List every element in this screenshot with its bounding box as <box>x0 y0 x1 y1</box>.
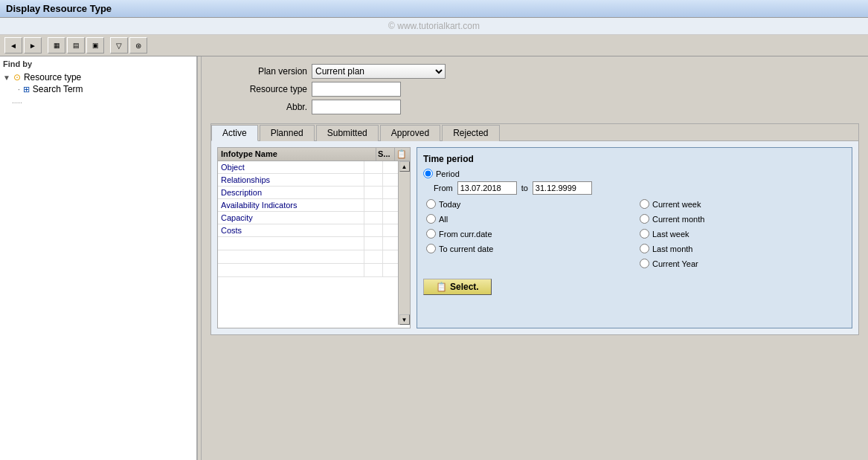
tab-content-active: Infotype Name S... 📋 Object R <box>211 141 858 334</box>
all-radio-row: All <box>426 214 632 224</box>
grid3-btn[interactable]: ▣ <box>86 37 104 54</box>
search-term-icon: ⊞ <box>23 85 30 94</box>
today-label: Today <box>439 200 460 209</box>
table-row[interactable] <box>218 264 398 277</box>
from-curr-date-label: From curr.date <box>439 230 492 239</box>
last-week-radio[interactable] <box>640 229 649 239</box>
tab-submitted[interactable]: Submitted <box>316 125 379 141</box>
time-period-title: Time period <box>423 154 846 164</box>
resource-type-input[interactable] <box>312 82 401 97</box>
resource-type-row: Resource type <box>210 82 859 97</box>
current-month-radio-row: Current month <box>640 214 846 224</box>
col-header-s: S... <box>376 148 395 161</box>
last-week-label: Last week <box>652 230 689 239</box>
to-input[interactable] <box>533 181 592 195</box>
col-header-icon: 📋 <box>395 148 410 161</box>
cell-icon-0 <box>383 161 398 173</box>
main-area: Find by ▼ ⊙ Resource type · ⊞ Search Ter… <box>0 56 868 460</box>
grid1-btn[interactable]: ▦ <box>48 37 65 54</box>
to-current-date-label: To current date <box>439 244 493 253</box>
abbr-row: Abbr. <box>210 100 859 114</box>
settings-btn[interactable]: ⊛ <box>129 37 147 54</box>
sidebar-title: Find by <box>3 59 193 68</box>
current-week-radio-row: Current week <box>640 199 846 209</box>
tree-collapse-icon: ▼ <box>3 74 10 82</box>
cell-icon-2 <box>383 187 398 198</box>
all-radio[interactable] <box>426 214 436 224</box>
table-row[interactable]: Description <box>218 187 398 199</box>
select-button[interactable]: 📋 Select. <box>423 279 492 295</box>
table-scroll-area: Object Relationships Description <box>218 161 410 325</box>
cell-s-4 <box>364 212 383 224</box>
infotype-table-header: Infotype Name S... 📋 <box>218 148 410 161</box>
from-label: From <box>434 184 453 192</box>
period-from-row: From to <box>423 181 846 195</box>
cell-icon-3 <box>383 199 398 211</box>
current-year-radio-row: Current Year <box>640 259 846 268</box>
back-btn[interactable]: ◄ <box>4 37 22 54</box>
last-month-radio-row: Last month <box>640 244 846 253</box>
tab-rejected[interactable]: Rejected <box>442 125 499 141</box>
time-period-panel: Time period Period From to <box>417 147 852 328</box>
cell-s-0 <box>364 161 383 173</box>
tab-planned[interactable]: Planned <box>260 125 315 141</box>
content-area: Plan version Current plan Plan version 0… <box>202 56 868 460</box>
table-row[interactable] <box>218 237 398 250</box>
table-row[interactable]: Object <box>218 161 398 174</box>
today-radio[interactable] <box>426 199 436 209</box>
table-row[interactable]: Capacity <box>218 212 398 224</box>
all-label: All <box>439 215 448 224</box>
to-label: to <box>521 184 528 192</box>
toolbar: ◄ ► ▦ ▤ ▣ ▽ ⊛ <box>0 35 868 56</box>
cell-s-1 <box>364 174 383 186</box>
abbr-label: Abbr. <box>210 102 307 112</box>
last-month-label: Last month <box>652 244 692 253</box>
table-row[interactable]: Relationships <box>218 174 398 187</box>
select-btn-label: Select. <box>450 282 479 292</box>
table-row[interactable]: Availability Indicators <box>218 199 398 212</box>
cell-costs: Costs <box>218 224 364 236</box>
table-vscroll: ▲ ▼ <box>398 161 410 325</box>
period-radio[interactable] <box>423 169 433 178</box>
tabs-container: Active Planned Submitted Approved Reject… <box>210 123 859 335</box>
current-week-radio[interactable] <box>640 199 649 209</box>
filter-btn[interactable]: ▽ <box>110 37 128 54</box>
cell-icon-4 <box>383 212 398 224</box>
cell-relationships: Relationships <box>218 174 364 186</box>
table-inner: Object Relationships Description <box>218 161 398 325</box>
today-radio-row: Today <box>426 199 632 209</box>
scroll-down-btn[interactable]: ▼ <box>399 314 410 325</box>
current-month-label: Current month <box>652 215 704 224</box>
cell-s-5 <box>364 224 383 236</box>
scroll-up-btn[interactable]: ▲ <box>399 161 410 172</box>
to-current-date-radio[interactable] <box>426 244 436 253</box>
abbr-input[interactable] <box>312 100 401 114</box>
from-curr-date-radio[interactable] <box>426 229 436 239</box>
col-header-name: Infotype Name <box>218 148 376 161</box>
cell-availability: Availability Indicators <box>218 199 364 211</box>
select-btn-icon: 📋 <box>436 282 447 292</box>
plan-version-select[interactable]: Current plan Plan version 01 Plan versio… <box>312 64 446 79</box>
current-week-label: Current week <box>652 200 701 209</box>
table-row[interactable] <box>218 250 398 264</box>
table-row[interactable]: Costs <box>218 224 398 237</box>
period-radio-label: Period <box>436 169 460 178</box>
time-options-grid: Today Current week All Current mont <box>423 199 846 271</box>
forward-btn[interactable]: ► <box>24 37 42 54</box>
cell-icon-5 <box>383 224 398 236</box>
tab-active[interactable]: Active <box>211 125 258 141</box>
title-bar: Display Resource Type <box>0 0 868 18</box>
title-text: Display Resource Type <box>6 3 112 14</box>
current-year-label: Current Year <box>652 259 698 268</box>
cell-icon-1 <box>383 174 398 186</box>
tab-approved[interactable]: Approved <box>380 125 440 141</box>
grid2-btn[interactable]: ▤ <box>67 37 85 54</box>
from-input[interactable] <box>457 181 517 195</box>
plan-version-row: Plan version Current plan Plan version 0… <box>210 64 859 79</box>
sidebar-item-resource-type[interactable]: ▼ ⊙ Resource type <box>3 71 193 83</box>
sidebar-item-search-term[interactable]: · ⊞ Search Term <box>3 83 193 95</box>
watermark-text: © www.tutorialkart.com <box>388 21 480 31</box>
current-year-radio[interactable] <box>640 259 649 268</box>
last-month-radio[interactable] <box>640 244 649 253</box>
current-month-radio[interactable] <box>640 214 649 224</box>
